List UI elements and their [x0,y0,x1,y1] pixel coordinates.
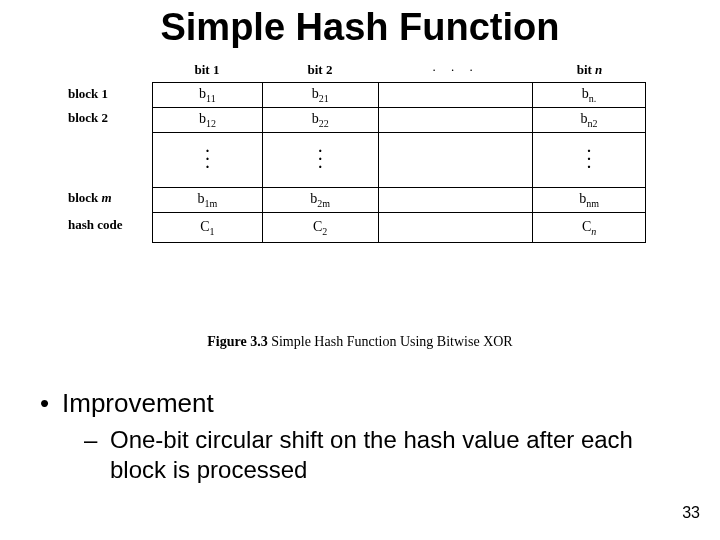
cell-empty [378,83,533,108]
table-row-hash: C1 C2 Cn [153,213,646,243]
table-row: b11 b21 bn. [153,83,646,108]
row-header-spacer [68,130,146,186]
bullet-circular-shift: One-bit circular shift on the hash value… [40,425,680,485]
figure-caption: Figure 3.3 Simple Hash Function Using Bi… [52,334,668,350]
cell: bn. [533,83,646,108]
cell: b2m [262,188,378,213]
table-row: b12 b22 bn2 [153,108,646,133]
cell-vdots: ··· [153,133,263,188]
cell-vdots: ··· [262,133,378,188]
figure-container: bit 1 bit 2 · · · bit n block 1 block 2 … [52,60,668,360]
cell: b21 [262,83,378,108]
cell-empty [378,133,533,188]
cell: bnm [533,188,646,213]
cell: C1 [153,213,263,243]
cell-empty [378,213,533,243]
cell-empty [378,108,533,133]
page-number: 33 [682,504,700,522]
table-row-dots: ··· ··· ··· [153,133,646,188]
row-header-hash: hash code [68,210,146,240]
cell: b1m [153,188,263,213]
hash-table: b11 b21 bn. b12 b22 bn2 ··· ··· ··· b1m … [152,82,646,243]
page-title: Simple Hash Function [0,0,720,49]
cell: b11 [153,83,263,108]
col-header-bit1: bit 1 [152,62,262,78]
row-headers: block 1 block 2 block m hash code [68,82,146,240]
bullet-list: Improvement One-bit circular shift on th… [40,388,680,485]
cell: bn2 [533,108,646,133]
col-header-bitn: bit n [533,62,646,78]
col-header-bit2: bit 2 [262,62,378,78]
cell-vdots: ··· [533,133,646,188]
bullet-improvement: Improvement [40,388,680,419]
column-headers: bit 1 bit 2 · · · bit n [152,62,646,78]
cell: C2 [262,213,378,243]
cell: b22 [262,108,378,133]
table-row: b1m b2m bnm [153,188,646,213]
row-header-block1: block 1 [68,82,146,106]
cell: Cn [533,213,646,243]
row-header-block2: block 2 [68,106,146,130]
col-header-dots: · · · [378,62,533,78]
row-header-blockm: block m [68,186,146,210]
slide: Simple Hash Function bit 1 bit 2 · · · b… [0,0,720,540]
cell-empty [378,188,533,213]
cell: b12 [153,108,263,133]
